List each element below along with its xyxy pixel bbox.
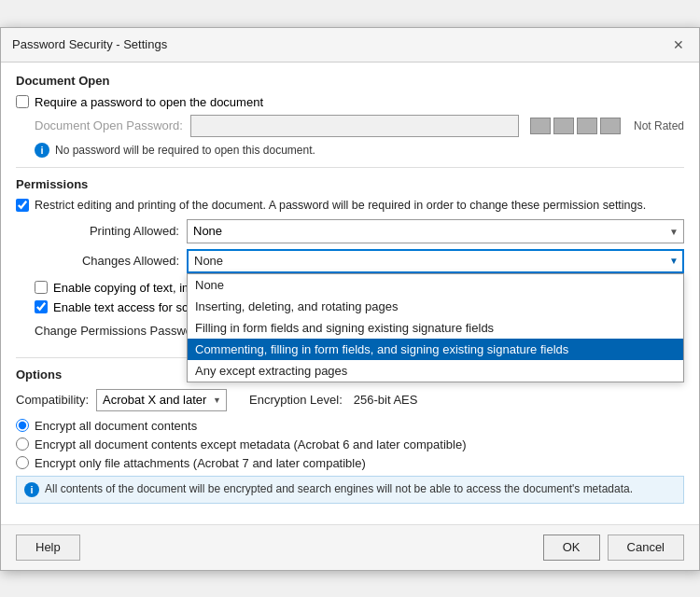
- right-buttons: OK Cancel: [543, 535, 684, 561]
- changes-allowed-display[interactable]: None ▼: [187, 249, 684, 273]
- encrypt-attachments-row: Encrypt only file attachments (Acrobat 7…: [16, 456, 684, 470]
- changes-option-none[interactable]: None: [188, 274, 683, 296]
- encryption-level-value: 256-bit AES: [354, 393, 418, 407]
- document-open-password-label: Document Open Password:: [35, 118, 183, 132]
- help-button[interactable]: Help: [16, 535, 80, 561]
- changes-allowed-dropdown: None ▼ None Inserting, deleting, and rot…: [187, 249, 684, 273]
- dialog-body: Document Open Require a password to open…: [1, 62, 699, 524]
- strength-block-1: [530, 118, 551, 134]
- compatibility-row: Compatibility: Acrobat X and later Acrob…: [16, 389, 684, 411]
- ok-button[interactable]: OK: [543, 535, 600, 561]
- info-icon: i: [35, 143, 49, 158]
- encrypt-all-label[interactable]: Encrypt all document contents: [35, 419, 197, 433]
- restrict-editing-row: Restrict editing and printing of the doc…: [16, 199, 684, 212]
- changes-allowed-arrow-icon: ▼: [669, 256, 679, 266]
- encrypt-all-row: Encrypt all document contents: [16, 419, 684, 433]
- close-button[interactable]: ✕: [669, 35, 688, 54]
- changes-allowed-list: None Inserting, deleting, and rotating p…: [187, 273, 684, 382]
- document-open-not-rated: Not Rated: [634, 119, 684, 132]
- strength-block-3: [577, 118, 597, 134]
- strength-block-4: [600, 118, 621, 134]
- options-info-icon: i: [24, 482, 39, 497]
- changes-allowed-value: None: [194, 254, 223, 268]
- require-password-checkbox[interactable]: [16, 95, 29, 108]
- encryption-level-label: Encryption Level:: [249, 393, 343, 407]
- document-open-label: Document Open: [16, 74, 684, 88]
- encrypt-except-radio[interactable]: [16, 437, 29, 451]
- permissions-section-label: Permissions: [16, 177, 684, 191]
- changes-option-insert-delete[interactable]: Inserting, deleting, and rotating pages: [188, 296, 683, 317]
- encrypt-except-row: Encrypt all document contents except met…: [16, 437, 684, 451]
- printing-allowed-label: Printing Allowed:: [35, 224, 179, 238]
- change-permissions-label: Change Permissions Password:: [35, 324, 206, 338]
- document-open-password-row: Document Open Password: Not Rated: [16, 115, 684, 137]
- printing-allowed-select-wrapper: None Low Resolution (150 dpi) High Resol…: [187, 219, 684, 243]
- changes-allowed-row: Changes Allowed: None ▼ None Inserting, …: [16, 249, 684, 273]
- require-password-label[interactable]: Require a password to open the document: [35, 95, 263, 109]
- title-bar: Password Security - Settings ✕: [1, 28, 699, 62]
- strength-blocks: [530, 118, 621, 134]
- compatibility-label: Compatibility:: [16, 393, 89, 407]
- printing-allowed-row: Printing Allowed: None Low Resolution (1…: [16, 219, 684, 243]
- changes-option-comment-fill[interactable]: Commenting, filling in form fields, and …: [188, 339, 683, 360]
- dialog-title: Password Security - Settings: [12, 37, 167, 51]
- changes-allowed-label: Changes Allowed:: [35, 254, 179, 268]
- options-info-text: All contents of the document will be enc…: [45, 482, 633, 495]
- compatibility-select-wrapper: Acrobat X and later Acrobat 6 and later …: [96, 389, 227, 411]
- changes-option-any-except[interactable]: Any except extracting pages: [188, 360, 683, 382]
- document-open-info-text: No password will be required to open thi…: [55, 144, 315, 157]
- printing-allowed-select[interactable]: None Low Resolution (150 dpi) High Resol…: [187, 219, 684, 243]
- restrict-editing-checkbox[interactable]: [16, 199, 29, 212]
- button-bar: Help OK Cancel: [1, 524, 699, 570]
- encrypt-except-label[interactable]: Encrypt all document contents except met…: [35, 437, 466, 451]
- permissions-section: Permissions Restrict editing and printin…: [16, 177, 684, 358]
- options-section: Options Compatibility: Acrobat X and lat…: [16, 368, 684, 504]
- encrypt-attachments-label[interactable]: Encrypt only file attachments (Acrobat 7…: [35, 456, 366, 470]
- encrypt-attachments-radio[interactable]: [16, 456, 29, 469]
- cancel-button[interactable]: Cancel: [608, 535, 684, 561]
- password-security-dialog: Password Security - Settings ✕ Document …: [0, 27, 700, 571]
- document-open-password-input[interactable]: [190, 115, 519, 137]
- enable-text-access-checkbox[interactable]: [35, 300, 48, 313]
- document-open-info-row: i No password will be required to open t…: [16, 143, 684, 158]
- restrict-editing-label[interactable]: Restrict editing and printing of the doc…: [35, 199, 646, 212]
- compatibility-select[interactable]: Acrobat X and later Acrobat 6 and later …: [96, 389, 227, 411]
- strength-block-2: [553, 118, 574, 134]
- enable-copying-checkbox[interactable]: [35, 281, 48, 294]
- document-open-section: Document Open Require a password to open…: [16, 74, 684, 168]
- encrypt-all-radio[interactable]: [16, 419, 29, 432]
- require-password-row: Require a password to open the document: [16, 95, 684, 109]
- changes-option-fill-sign[interactable]: Filling in form fields and signing exist…: [188, 317, 683, 339]
- options-info-box: i All contents of the document will be e…: [16, 476, 684, 504]
